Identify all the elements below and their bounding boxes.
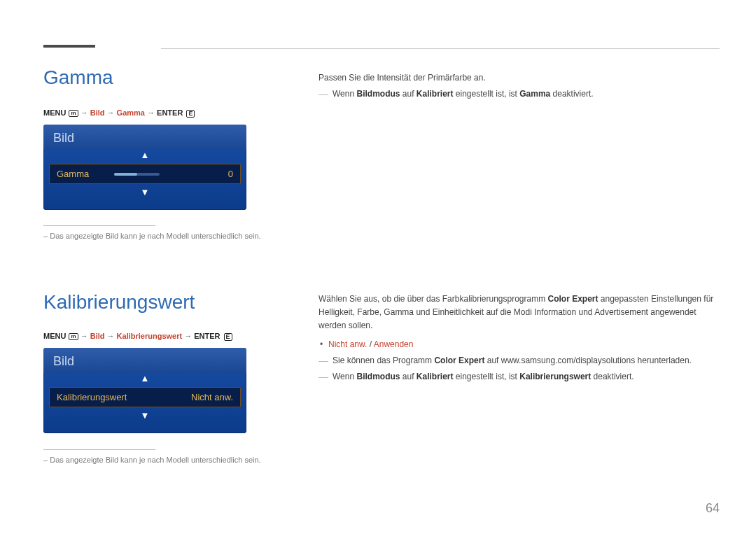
description-intro: Passen Sie die Intensität der Primärfarb… — [318, 71, 720, 85]
osd-up-arrow[interactable]: ▲ — [43, 150, 246, 162]
footnote-text: – Das angezeigte Bild kann je nach Model… — [43, 454, 286, 465]
dash-icon: ― — [318, 370, 328, 383]
description-gamma: Passen Sie die Intensität der Primärfarb… — [318, 71, 720, 101]
breadcrumb-menu: MENU — [43, 332, 66, 340]
breadcrumb-item: Gamma — [117, 108, 145, 117]
breadcrumb-arrow: → — [147, 108, 157, 117]
description-note-2: ― Wenn Bildmodus auf Kalibriert eingeste… — [318, 370, 720, 384]
breadcrumb-enter: ENTER — [194, 332, 220, 340]
note-text: Wenn Bildmodus auf Kalibriert eingestell… — [332, 370, 634, 384]
header-rule-thick — [43, 45, 95, 48]
breadcrumb-kalibrierungswert: MENU m → Bild → Kalibrierungswert → ENTE… — [43, 332, 232, 341]
osd-panel-header: Bild — [43, 125, 246, 150]
breadcrumb-gamma: MENU m → Bild → Gamma → ENTER E — [43, 108, 195, 118]
osd-up-arrow[interactable]: ▲ — [43, 373, 246, 386]
description-intro: Wählen Sie aus, ob die über das Farbkali… — [318, 293, 720, 332]
breadcrumb-item: Kalibrierungswert — [117, 332, 183, 340]
description-kalibrierungswert: Wählen Sie aus, ob die über das Farbkali… — [318, 293, 720, 384]
osd-selected-row[interactable]: Gamma 0 — [49, 164, 241, 184]
footnote-block-2: – Das angezeigte Bild kann je nach Model… — [43, 441, 286, 465]
option-nicht-anw: Nicht anw. — [328, 339, 367, 349]
breadcrumb-menu: MENU — [43, 108, 66, 117]
breadcrumb-arrow: → — [107, 332, 117, 340]
osd-slider[interactable] — [114, 173, 160, 176]
option-anwenden: Anwenden — [374, 339, 414, 349]
footnote-text: – Das angezeigte Bild kann je nach Model… — [43, 230, 286, 241]
enter-icon: E — [186, 110, 195, 118]
osd-down-arrow[interactable]: ▼ — [43, 409, 246, 423]
breadcrumb-arrow: → — [107, 108, 117, 117]
osd-selected-row[interactable]: Kalibrierungswert Nicht anw. — [49, 387, 241, 407]
footnote-rule — [43, 225, 155, 226]
osd-row-label: Kalibrierungswert — [57, 392, 127, 402]
osd-row-label: Gamma — [57, 169, 89, 179]
osd-row-value: Nicht anw. — [191, 392, 233, 402]
dash-icon: ― — [318, 87, 328, 100]
osd-panel-kalibrierungswert: Bild ▲ Kalibrierungswert Nicht anw. ▼ — [43, 348, 246, 433]
breadcrumb-arrow: → — [80, 108, 90, 117]
osd-slider-fill — [114, 173, 137, 176]
breadcrumb-enter: ENTER — [157, 108, 183, 117]
dash-icon: ― — [318, 354, 328, 367]
page-number: 64 — [706, 501, 720, 516]
footnote-rule — [43, 449, 155, 450]
breadcrumb-bild: Bild — [90, 108, 105, 117]
osd-panel-header: Bild — [43, 348, 246, 373]
osd-row-value: 0 — [228, 169, 233, 179]
breadcrumb-arrow: → — [184, 332, 194, 340]
menu-icon: m — [69, 110, 78, 117]
footnote-block-1: – Das angezeigte Bild kann je nach Model… — [43, 217, 286, 241]
section-title-kalibrierungswert: Kalibrierungswert — [43, 291, 195, 314]
section-title-gamma: Gamma — [43, 66, 113, 89]
note-text: Sie können das Programm Color Expert auf… — [332, 354, 692, 367]
breadcrumb-arrow: → — [80, 332, 90, 340]
enter-icon: E — [224, 333, 232, 341]
osd-down-arrow[interactable]: ▼ — [43, 185, 246, 199]
note-text: Wenn Bildmodus auf Kalibriert eingestell… — [332, 87, 594, 101]
options-bullet: Nicht anw. / Anwenden — [318, 338, 720, 351]
header-rule — [161, 48, 720, 49]
breadcrumb-bild: Bild — [90, 332, 105, 340]
description-note-1: ― Sie können das Programm Color Expert a… — [318, 354, 720, 367]
description-note: ― Wenn Bildmodus auf Kalibriert eingeste… — [318, 87, 720, 101]
osd-panel-gamma: Bild ▲ Gamma 0 ▼ — [43, 125, 246, 210]
menu-icon: m — [69, 333, 78, 340]
